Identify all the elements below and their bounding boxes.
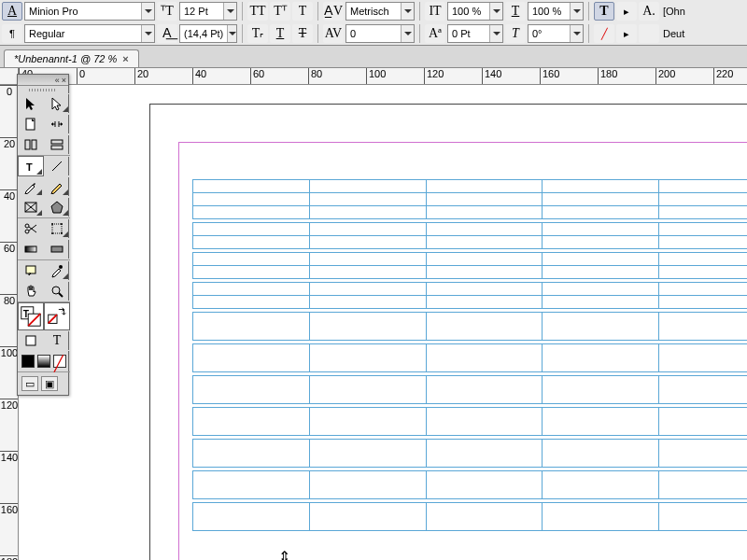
table-cell[interactable] [309, 376, 426, 404]
chevron-down-icon[interactable] [141, 25, 154, 42]
font-style-combo[interactable]: Regular [24, 24, 155, 43]
table-cell[interactable] [659, 471, 747, 499]
table-cell[interactable] [426, 193, 543, 206]
cell-tool-a[interactable] [18, 134, 44, 155]
table-cell[interactable] [543, 236, 659, 249]
close-icon[interactable]: × [62, 76, 66, 85]
table-cell[interactable] [309, 223, 426, 236]
stroke-arrow-icon[interactable]: ▸ [616, 24, 637, 43]
table-cell[interactable] [543, 376, 659, 404]
chevron-down-icon[interactable] [489, 25, 502, 42]
table-row[interactable] [193, 376, 748, 404]
vertical-ruler[interactable]: 020406080100120140160180 [0, 85, 19, 560]
panel-grip[interactable] [18, 86, 68, 93]
tools-panel[interactable]: « × T [17, 74, 69, 396]
table-cell[interactable] [659, 206, 747, 219]
table-cell[interactable] [193, 296, 310, 309]
table-cell[interactable] [193, 344, 310, 372]
table-cell[interactable] [193, 313, 310, 341]
table-cell[interactable] [543, 266, 659, 279]
table-row[interactable] [193, 471, 748, 499]
format-text-button[interactable]: T [44, 330, 70, 351]
selection-tool[interactable] [18, 93, 44, 114]
table-cell[interactable] [659, 253, 747, 266]
table-cell[interactable] [543, 253, 659, 266]
table-row[interactable] [193, 223, 748, 236]
free-transform-tool[interactable] [44, 218, 70, 239]
chevron-down-icon[interactable] [401, 25, 414, 42]
note-tool[interactable] [18, 260, 44, 281]
strike-button[interactable]: T [292, 24, 313, 43]
table-cell[interactable] [659, 223, 747, 236]
table-row[interactable] [193, 253, 748, 266]
table-cell[interactable] [309, 283, 426, 296]
chevron-down-icon[interactable] [570, 3, 583, 20]
table-row[interactable] [193, 313, 748, 341]
table-cell[interactable] [309, 344, 426, 372]
gradient-swatch-tool[interactable] [18, 239, 44, 259]
table-cell[interactable] [309, 471, 426, 499]
layout-table[interactable] [192, 179, 747, 531]
swap-default-proxy[interactable] [44, 302, 70, 330]
table-row[interactable] [193, 283, 748, 296]
table-cell[interactable] [659, 236, 747, 249]
table-cell[interactable] [193, 408, 310, 436]
tools-panel-header[interactable]: « × [18, 75, 68, 86]
table-cell[interactable] [193, 236, 310, 249]
table-cell[interactable] [659, 266, 747, 279]
ruler-origin[interactable] [0, 68, 19, 85]
fill-stroke-proxy[interactable]: T [18, 302, 44, 330]
table-cell[interactable] [193, 253, 310, 266]
table-row[interactable] [193, 266, 748, 279]
eyedropper-tool[interactable] [44, 260, 70, 281]
table-cell[interactable] [659, 283, 747, 296]
tracking-combo[interactable]: 0 [345, 24, 415, 43]
hand-tool[interactable] [18, 281, 44, 301]
chevron-down-icon[interactable] [570, 25, 583, 42]
table-cell[interactable] [659, 193, 747, 206]
table-cell[interactable] [309, 193, 426, 206]
cell-tool-b[interactable] [44, 134, 70, 155]
type-tool[interactable]: T [18, 156, 44, 176]
line-tool[interactable] [44, 156, 70, 176]
table-row[interactable] [193, 440, 748, 468]
table-cell[interactable] [193, 266, 310, 279]
table-cell[interactable] [309, 180, 426, 193]
table-row[interactable] [193, 236, 748, 249]
char-format-button[interactable]: A [2, 2, 22, 21]
table-row[interactable] [193, 206, 748, 219]
table-cell[interactable] [426, 296, 543, 309]
table-cell[interactable] [309, 296, 426, 309]
table-cell[interactable] [309, 236, 426, 249]
table-cell[interactable] [193, 440, 310, 468]
smallcaps-button[interactable]: Tᵀ [270, 2, 290, 21]
table-cell[interactable] [193, 471, 310, 499]
superscript-button[interactable]: T [292, 2, 313, 21]
skew-combo[interactable]: 0° [528, 24, 584, 43]
normal-view-button[interactable]: ▭ [21, 376, 38, 391]
table-cell[interactable] [659, 408, 747, 436]
rectangle-frame-tool[interactable] [18, 197, 44, 217]
table-cell[interactable] [543, 313, 659, 341]
format-container-button[interactable] [18, 330, 44, 351]
table-cell[interactable] [426, 223, 543, 236]
gradient-feather-tool[interactable] [44, 239, 70, 259]
table-cell[interactable] [426, 283, 543, 296]
apply-gradient-button[interactable] [37, 355, 50, 368]
table-cell[interactable] [426, 180, 543, 193]
font-family-combo[interactable]: Minion Pro [24, 2, 155, 21]
table-cell[interactable] [193, 193, 310, 206]
apply-none-button[interactable]: ╱ [53, 355, 66, 368]
table-cell[interactable] [659, 344, 747, 372]
table-cell[interactable] [426, 408, 543, 436]
table-cell[interactable] [193, 180, 310, 193]
hscale-combo[interactable]: 100 % [528, 2, 584, 21]
table-cell[interactable] [543, 408, 659, 436]
fill-t-button[interactable]: T [594, 2, 614, 21]
page[interactable] [149, 104, 747, 560]
table-cell[interactable] [309, 313, 426, 341]
chevron-down-icon[interactable] [401, 3, 414, 20]
table-cell[interactable] [543, 440, 659, 468]
table-cell[interactable] [426, 313, 543, 341]
table-cell[interactable] [543, 296, 659, 309]
